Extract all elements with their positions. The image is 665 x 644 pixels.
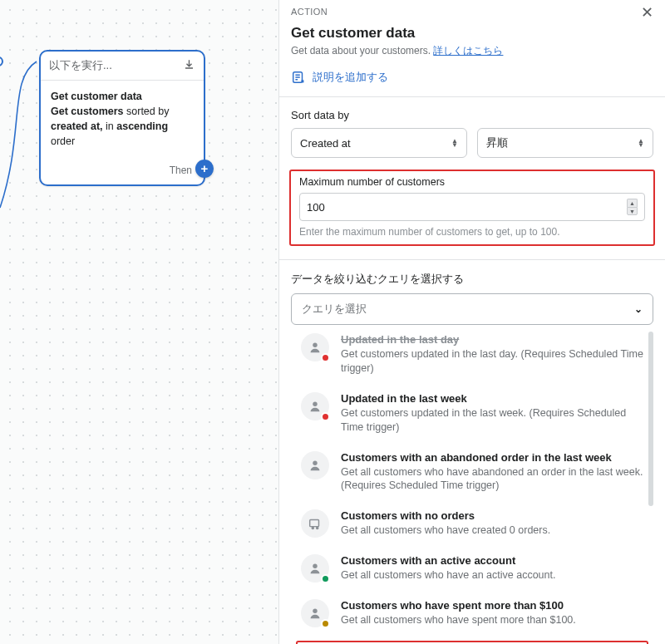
chevron-down-icon: ⌄ [634,303,643,315]
svg-point-7 [313,564,317,568]
max-customers-help: Enter the maximum number of customers to… [299,226,645,238]
svg-point-3 [313,460,317,465]
query-options-list: Updated in the last day Get customers up… [291,332,653,644]
person-icon [301,451,329,479]
person-icon [301,333,329,361]
close-icon[interactable]: ✕ [641,5,653,20]
svg-point-6 [317,528,318,529]
node-body: Get customer data Get customers sorted b… [41,81,204,161]
person-icon [301,599,329,627]
query-select[interactable]: クエリを選択 ⌄ [291,293,653,325]
svg-point-2 [313,401,317,406]
number-stepper[interactable]: ▲▼ [627,199,638,215]
query-option[interactable]: Customers with no orders Get all custome… [294,501,650,546]
node-title: Get customer data [51,89,194,104]
node-header-label: 以下を実行... [49,58,112,73]
flow-canvas[interactable]: 以下を実行... Get customer data Get customers… [0,0,278,644]
note-icon [291,70,306,85]
query-option[interactable]: Updated in the last week Get customers u… [294,384,650,443]
person-icon [301,392,329,420]
max-customers-input[interactable]: 100 ▲▼ [299,193,645,221]
action-panel: ACTION ✕ Get customer data Get data abou… [278,0,665,644]
query-label: データを絞り込むクエリを選択する [291,272,653,287]
add-description-button[interactable]: 説明を追加する [291,70,653,85]
svg-point-1 [313,343,317,347]
download-icon[interactable] [183,58,195,73]
sort-field-select[interactable]: Created at ▲▼ [291,128,467,158]
query-option[interactable]: Customers with an abandoned order in the… [294,443,650,502]
flow-node[interactable]: 以下を実行... Get customer data Get customers… [39,50,205,186]
scrollbar[interactable] [648,332,653,506]
panel-title: Get customer data [291,25,653,42]
max-customers-highlight: Maximum number of customers 100 ▲▼ Enter… [289,170,655,246]
advanced-highlight: {/} 高度 カスタムユースケースのクエリを作成 [296,641,648,644]
svg-point-5 [312,528,313,529]
person-icon [301,554,329,583]
select-chevron-icon: ▲▼ [638,139,644,147]
sort-direction-select[interactable]: 昇順 ▲▼ [477,128,653,158]
svg-point-8 [313,609,317,613]
query-option[interactable]: Customers with an active account Get all… [294,546,650,591]
max-customers-label: Maximum number of customers [299,176,645,188]
panel-label: ACTION [291,7,328,17]
svg-rect-4 [310,520,319,527]
query-option[interactable]: Customers who have spent more than $100 … [294,591,650,636]
cart-icon [301,509,329,538]
learn-more-link[interactable]: 詳しくはこちら [433,45,503,57]
node-then-label: Then [170,165,192,176]
panel-subtitle: Get data about your customers. 詳しくはこちら [291,44,653,58]
sort-label: Sort data by [291,109,653,121]
node-input-port[interactable] [0,57,3,66]
add-step-button[interactable]: + [195,160,214,178]
query-option[interactable]: Updated in the last day Get customers up… [294,332,650,384]
select-chevron-icon: ▲▼ [451,139,458,147]
